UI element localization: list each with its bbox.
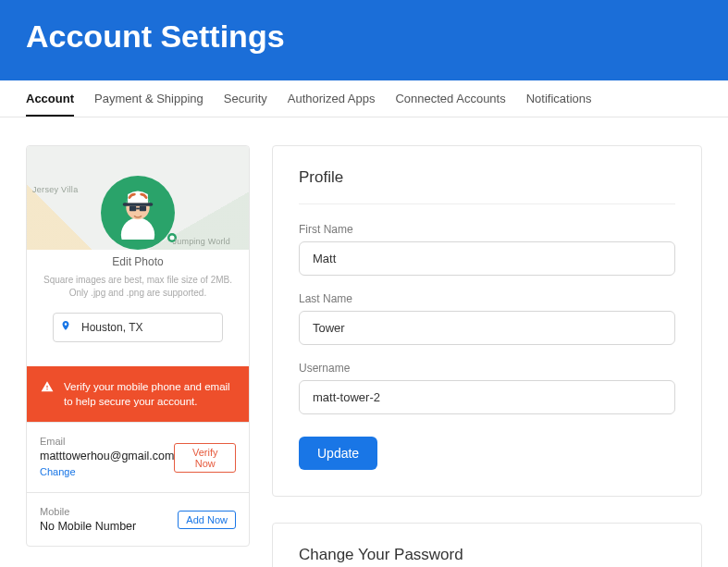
svg-rect-6: [136, 208, 140, 210]
warning-icon: [40, 379, 55, 394]
tab-authorized-apps[interactable]: Authorized Apps: [288, 80, 376, 117]
mobile-value: No Mobile Number: [40, 520, 136, 533]
location-pin-icon: [60, 319, 71, 336]
username-label: Username: [299, 362, 675, 375]
verify-now-button[interactable]: Verify Now: [174, 443, 236, 473]
email-value: matttowerhou@gmail.com: [40, 450, 174, 462]
username-input[interactable]: [299, 380, 675, 414]
photo-hint-text: Square images are best, max file size of…: [43, 274, 232, 300]
tab-notifications[interactable]: Notifications: [526, 80, 592, 117]
add-now-button[interactable]: Add Now: [178, 511, 236, 529]
left-column: Jersey Villa Jumping World: [26, 145, 250, 547]
profile-heading: Profile: [299, 168, 675, 204]
edit-photo-link[interactable]: Edit Photo: [36, 255, 240, 268]
content-area: Jersey Villa Jumping World: [0, 117, 728, 567]
avatar-section: Jersey Villa Jumping World: [27, 146, 249, 366]
svg-point-1: [121, 217, 154, 240]
mobile-section: Mobile No Mobile Number Add Now: [27, 492, 249, 546]
page-title: Account Settings: [26, 18, 702, 55]
email-change-link[interactable]: Change: [40, 466, 76, 477]
password-panel: Change Your Password: [272, 523, 702, 567]
avatar: [101, 176, 175, 250]
right-column: Profile First Name Last Name Username Up…: [272, 145, 702, 567]
last-name-input[interactable]: [299, 311, 675, 345]
email-label: Email: [40, 436, 174, 447]
svg-rect-5: [140, 206, 146, 211]
profile-card: Jersey Villa Jumping World: [26, 145, 250, 547]
first-name-input[interactable]: [299, 241, 675, 276]
email-section: Email matttowerhou@gmail.com Change Veri…: [27, 422, 249, 492]
avatar-icon: [111, 186, 165, 240]
last-name-label: Last Name: [299, 292, 675, 305]
verify-alert: Verify your mobile phone and email to he…: [27, 366, 249, 422]
last-name-group: Last Name: [299, 292, 675, 345]
password-heading: Change Your Password: [299, 546, 675, 567]
tab-account[interactable]: Account: [26, 80, 74, 117]
page-header: Account Settings: [0, 0, 728, 80]
location-field-wrap: [53, 313, 223, 342]
tab-payment-shipping[interactable]: Payment & Shipping: [94, 80, 204, 117]
map-label-jumping: Jumping World: [173, 237, 230, 246]
mobile-label: Mobile: [40, 506, 136, 517]
verify-alert-text: Verify your mobile phone and email to he…: [64, 381, 230, 407]
first-name-label: First Name: [299, 223, 675, 236]
map-label-jersey: Jersey Villa: [32, 185, 78, 194]
tab-connected-accounts[interactable]: Connected Accounts: [395, 80, 505, 117]
tab-security[interactable]: Security: [224, 80, 267, 117]
first-name-group: First Name: [299, 223, 675, 276]
location-input[interactable]: [53, 313, 223, 342]
tab-bar: Account Payment & Shipping Security Auth…: [0, 80, 728, 117]
profile-panel: Profile First Name Last Name Username Up…: [272, 145, 702, 497]
svg-rect-4: [130, 206, 136, 211]
username-group: Username: [299, 362, 675, 414]
svg-rect-3: [123, 203, 154, 206]
update-button[interactable]: Update: [299, 437, 377, 470]
